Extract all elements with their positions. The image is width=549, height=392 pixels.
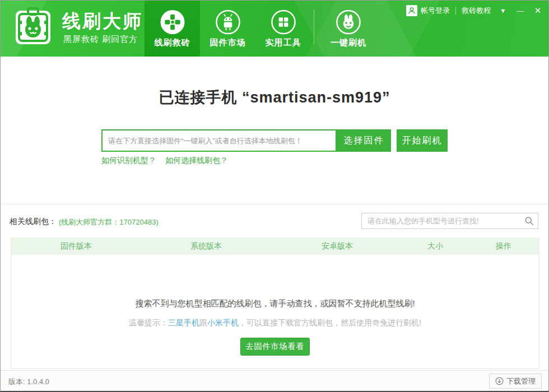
firmware-table: 固件版本 系统版本 安卓版本 大小 操作 搜索不到与您机型相匹配的线刷包，请手动… — [11, 237, 539, 369]
topbar-divider — [455, 7, 456, 15]
firmware-table-header: 固件版本 系统版本 安卓版本 大小 操作 — [11, 237, 539, 255]
choose-package-link[interactable]: 如何选择线刷包？ — [165, 156, 228, 165]
table-header-android-version: 安卓版本 — [271, 237, 403, 255]
menu-caret-button[interactable]: ▼ — [498, 7, 508, 14]
connected-phone-title: 已连接手机 “smartisan-sm919” — [1, 87, 548, 108]
nav-tab-label: 一键刷机 — [317, 38, 380, 48]
header-bar: 线刷大师 黑屏救砖 刷回官方 线 — [1, 1, 548, 57]
table-header-action: 操作 — [467, 237, 540, 255]
table-header-size: 大小 — [403, 237, 467, 255]
help-links: 如何识别机型？ 如何选择线刷包？ — [101, 156, 235, 166]
tip-middle: 跟 — [199, 318, 207, 327]
minimize-button[interactable]: — — [515, 7, 525, 15]
nav-tab-flash-rescue[interactable]: 线刷救砖 — [145, 1, 200, 57]
app-window: 线刷大师 黑屏救砖 刷回官方 线 — [0, 0, 549, 392]
firmware-path-input[interactable] — [101, 129, 337, 152]
account-login-button[interactable]: 帐号登录 — [406, 5, 450, 16]
person-icon — [406, 5, 417, 16]
tip-prefix: 温馨提示： — [129, 318, 168, 327]
grid-icon — [270, 9, 296, 35]
nav-tab-label: 线刷救砖 — [145, 38, 200, 48]
window-topbar: 帐号登录 救砖教程 ▼ — ✕ — [406, 4, 543, 17]
model-search-input[interactable] — [361, 213, 538, 229]
official-group-info: (线刷大师官方群：170720483) — [59, 217, 159, 227]
account-login-label: 帐号登录 — [421, 6, 450, 16]
main-nav: 线刷救砖 固件市场 — [145, 1, 380, 57]
select-firmware-button[interactable]: 选择固件 — [337, 129, 391, 152]
nav-tab-label: 实用工具 — [255, 38, 311, 48]
app-subtitle: 黑屏救砖 刷回官方 — [63, 34, 138, 45]
nav-tab-firmware-market[interactable]: 固件市场 — [200, 1, 255, 57]
table-header-system-version: 系统版本 — [141, 237, 271, 255]
rescue-tutorial-link[interactable]: 救砖教程 — [462, 6, 491, 16]
table-header-firmware-version: 固件版本 — [11, 237, 141, 255]
android-icon — [215, 9, 241, 35]
samsung-link[interactable]: 三星手机 — [168, 318, 199, 327]
nav-tab-label: 固件市场 — [200, 38, 255, 48]
close-button[interactable]: ✕ — [533, 6, 543, 16]
footer-bar: 版本: 1.0.4.0 下载管理 — [1, 370, 548, 391]
dpad-icon — [159, 9, 185, 35]
tip-suffix: ，可以直接下载官方线刷包，然后使用奇兔进行刷机! — [239, 318, 421, 327]
nav-tab-tools[interactable]: 实用工具 — [255, 1, 311, 57]
go-firmware-market-button[interactable]: 去固件市场看看 — [240, 338, 310, 356]
download-icon — [495, 377, 504, 385]
xiaomi-link[interactable]: 小米手机 — [207, 318, 239, 327]
search-icon[interactable] — [524, 216, 534, 226]
no-results-message: 搜索不到与您机型相匹配的线刷包，请手动查找，或因暂不支持此机型线刷! — [11, 298, 539, 309]
app-title: 线刷大师 — [62, 9, 143, 34]
section-divider — [1, 204, 548, 204]
rabbit-icon — [336, 9, 362, 35]
tip-message: 温馨提示：三星手机跟小米手机，可以直接下载官方线刷包，然后使用奇兔进行刷机! — [11, 318, 539, 328]
related-packages-label: 相关线刷包： — [10, 217, 57, 227]
version-label: 版本: 1.0.4.0 — [8, 377, 49, 387]
nav-divider — [314, 10, 314, 44]
firmware-table-body: 搜索不到与您机型相匹配的线刷包，请手动查找，或因暂不支持此机型线刷! 温馨提示：… — [11, 255, 539, 369]
nav-tab-one-key-flash[interactable]: 一键刷机 — [317, 1, 380, 57]
download-manager-label: 下载管理 — [506, 376, 536, 386]
identify-model-link[interactable]: 如何识别机型？ — [101, 156, 156, 165]
start-flash-button[interactable]: 开始刷机 — [397, 129, 448, 152]
app-logo-icon — [15, 7, 51, 45]
download-manager-button[interactable]: 下载管理 — [489, 374, 542, 389]
